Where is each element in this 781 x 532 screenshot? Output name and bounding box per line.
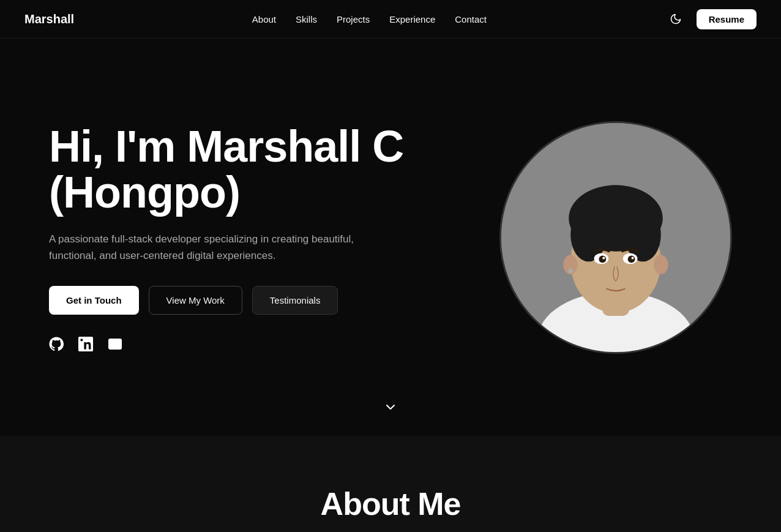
scroll-down-arrow[interactable] — [383, 400, 398, 418]
site-logo[interactable]: Marshall — [24, 12, 74, 26]
svg-point-16 — [568, 268, 573, 273]
github-link[interactable] — [49, 337, 64, 351]
nav-link-projects[interactable]: Projects — [337, 14, 370, 24]
github-icon — [49, 337, 64, 351]
svg-point-9 — [654, 255, 668, 274]
hero-buttons: Get in Touch View My Work Testimonials — [49, 286, 403, 315]
svg-point-12 — [599, 256, 606, 263]
profile-photo — [499, 121, 732, 354]
about-title: About Me — [49, 485, 732, 522]
resume-button[interactable]: Resume — [697, 9, 757, 29]
email-icon — [108, 337, 122, 351]
nav-links: About Skills Projects Experience Contact — [252, 14, 487, 24]
testimonials-button[interactable]: Testimonials — [252, 286, 338, 315]
about-section: About Me — [0, 436, 781, 532]
hero-subtitle: A passionate full-stack developer specia… — [49, 231, 367, 264]
chevron-down-icon — [383, 400, 398, 414]
social-links — [49, 337, 403, 351]
hero-title: Hi, I'm Marshall C (Hongpo) — [49, 124, 403, 216]
get-in-touch-button[interactable]: Get in Touch — [49, 286, 139, 315]
nav-link-contact[interactable]: Contact — [455, 14, 487, 24]
email-link[interactable] — [108, 337, 122, 351]
linkedin-link[interactable] — [78, 337, 93, 351]
navbar: Marshall About Skills Projects Experienc… — [0, 0, 781, 39]
moon-icon — [670, 13, 682, 25]
svg-point-13 — [628, 256, 635, 263]
profile-illustration — [501, 121, 730, 354]
view-my-work-button[interactable]: View My Work — [149, 286, 242, 315]
hero-section: Hi, I'm Marshall C (Hongpo) A passionate… — [0, 39, 781, 436]
linkedin-icon — [78, 337, 93, 351]
svg-point-14 — [602, 257, 605, 259]
nav-link-about[interactable]: About — [252, 14, 276, 24]
nav-actions: Resume — [665, 8, 757, 30]
svg-point-15 — [632, 257, 634, 259]
nav-link-experience[interactable]: Experience — [389, 14, 435, 24]
theme-toggle-button[interactable] — [665, 8, 687, 30]
hero-image — [499, 121, 732, 354]
hero-content: Hi, I'm Marshall C (Hongpo) A passionate… — [49, 124, 403, 352]
nav-link-skills[interactable]: Skills — [296, 14, 317, 24]
